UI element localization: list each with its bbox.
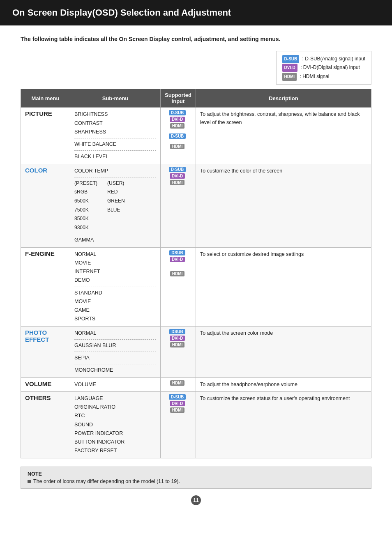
col-header-description: Description: [196, 89, 371, 108]
dsub-badge: D-SUB: [282, 55, 300, 63]
user-label: (USER): [107, 179, 132, 188]
picture-sub-item: BRIGHTNESS: [74, 110, 156, 119]
badge-hdmi: HDMI: [170, 407, 185, 413]
supported-input-volume: HDMI: [161, 377, 196, 391]
main-menu-fengine: F-ENGINE: [21, 247, 70, 326]
fengine-sub-item: INTERNET: [74, 267, 156, 276]
page-content: The following table indicates all the On…: [0, 25, 392, 513]
preset-7500: 7500K: [74, 206, 99, 215]
badge-hdmi: HDMI: [170, 180, 185, 185]
fengine-sub-item: DEMO: [74, 276, 156, 285]
badge-dsub: D-SUB: [169, 110, 186, 115]
picture-sub-group1: BRIGHTNESS CONTRAST SHARPNESS: [74, 110, 156, 136]
description-color: To customize the color of the screen: [196, 164, 371, 247]
main-menu-photo: PHOTO EFFECT: [21, 326, 70, 377]
sub-menu-others: LANGUAGE ORIGINAL RATIO RTC SOUND POWER …: [70, 391, 161, 458]
badge-dvid: DVI-D: [170, 401, 185, 406]
sub-menu-color: COLOR TEMP (PRESET) sRGB 6500K 7500K 850…: [70, 164, 161, 247]
photo-sub-item: GAUSSIAN BLUR: [74, 341, 156, 350]
sub-divider: [74, 150, 156, 151]
volume-label: VOLUME: [25, 380, 51, 387]
table-row: COLOR COLOR TEMP (PRESET) sRGB 6500K 750…: [21, 164, 371, 247]
table-header-row: Main menu Sub-menu Supported input Descr…: [21, 89, 371, 108]
table-row: VOLUME VOLUME HDMI To adjust the headpho…: [21, 377, 371, 391]
table-row: F-ENGINE NORMAL MOVIE INTERNET DEMO STAN…: [21, 247, 371, 326]
dvid-legend-label: : DVI-D(Digital signal) input: [300, 64, 360, 70]
badge-dsub: D-SUB: [169, 394, 186, 400]
preset-label: (PRESET): [74, 179, 99, 188]
badge-dsub: D-SUB: [169, 167, 186, 172]
user-red: RED: [107, 188, 132, 197]
sub-divider: [74, 177, 156, 177]
badge-hdmi: HDMI: [170, 271, 185, 276]
photo-sub-item: MONOCHROME: [74, 366, 156, 375]
preset-6500: 6500K: [74, 197, 99, 206]
col-header-main: Main menu: [21, 89, 70, 108]
sub-divider: [74, 339, 156, 340]
sub-divider: [74, 287, 156, 287]
description-others: To customize the screen status for a use…: [196, 391, 371, 458]
fengine-sub-item: GAME: [74, 306, 156, 315]
others-label: OTHERS: [25, 394, 51, 401]
table-row: PICTURE BRIGHTNESS CONTRAST SHARPNESS WH…: [21, 108, 371, 164]
color-label: COLOR: [25, 167, 47, 174]
page-header: On Screen Display(OSD) Selection and Adj…: [0, 0, 392, 25]
legend-dsub: D-SUB : D-SUB(Analog signal) input: [282, 55, 365, 64]
badge-dvid: DVI-D: [170, 257, 185, 262]
main-menu-volume: VOLUME: [21, 377, 70, 391]
legend-area: D-SUB : D-SUB(Analog signal) input DVI-D…: [21, 51, 371, 85]
supported-input-color: D-SUB DVI-D HDMI: [161, 164, 196, 247]
supported-input-fengine: DSUB DVI-D HDMI: [161, 247, 196, 326]
fengine-sub-item: MOVIE: [74, 259, 156, 267]
hdmi-badge: HDMI: [282, 73, 297, 81]
user-col: (USER) RED GREEN BLUE: [107, 179, 132, 232]
picture-sub-item: SHARPNESS: [74, 128, 156, 136]
user-blue: BLUE: [107, 206, 132, 215]
dvid-badge: DVI-D: [282, 64, 297, 72]
others-sub-item: FACTORY RESET: [74, 446, 156, 455]
intro-text: The following table indicates all the On…: [21, 35, 371, 44]
sub-divider: [74, 138, 156, 138]
osd-table: Main menu Sub-menu Supported input Descr…: [21, 89, 371, 458]
badge-hdmi: HDMI: [170, 144, 185, 149]
preset-col: (PRESET) sRGB 6500K 7500K 8500K 9300K: [74, 179, 99, 232]
badge-stack: DSUB DVI-D HDMI: [165, 329, 191, 347]
sub-divider: [74, 352, 156, 352]
badge-stack: D-SUB DVI-D HDMI D-SUB HDMI: [165, 110, 191, 149]
picture-sub-item: WHITE BALANCE: [74, 140, 156, 149]
badge-dsub: DSUB: [169, 329, 185, 334]
col-header-input: Supported input: [161, 89, 196, 108]
others-sub-item: BUTTON INDICATOR: [74, 438, 156, 446]
picture-sub-item: CONTRAST: [74, 119, 156, 128]
badge-stack: D-SUB DVI-D HDMI: [165, 167, 191, 185]
photo-sub-item: SEPIA: [74, 354, 156, 362]
supported-input-others: D-SUB DVI-D HDMI: [161, 391, 196, 458]
color-temp-label: COLOR TEMP: [74, 167, 156, 175]
others-sub-item: SOUND: [74, 421, 156, 429]
legend-hdmi: HDMI : HDMI signal: [282, 72, 365, 81]
sub-menu-photo: NORMAL GAUSSIAN BLUR SEPIA MONOCHROME: [70, 326, 161, 377]
sub-menu-fengine: NORMAL MOVIE INTERNET DEMO STANDARD MOVI…: [70, 247, 161, 326]
sub-menu-picture: BRIGHTNESS CONTRAST SHARPNESS WHITE BALA…: [70, 108, 161, 164]
fengine-sub-item: SPORTS: [74, 315, 156, 323]
preset-9300: 9300K: [74, 223, 99, 232]
supported-input-photo: DSUB DVI-D HDMI: [161, 326, 196, 377]
badge-stack: DSUB DVI-D HDMI: [165, 250, 191, 276]
gamma-label: GAMMA: [74, 236, 156, 244]
badge-hdmi: HDMI: [170, 380, 185, 386]
main-menu-others: OTHERS: [21, 391, 70, 458]
note-title: NOTE: [28, 471, 364, 477]
fengine-label: F-ENGINE: [25, 250, 55, 257]
supported-input-picture: D-SUB DVI-D HDMI D-SUB HDMI: [161, 108, 196, 164]
table-row: OTHERS LANGUAGE ORIGINAL RATIO RTC SOUND…: [21, 391, 371, 458]
badge-stack: HDMI: [165, 380, 191, 386]
legend-dvid: DVI-D : DVI-D(Digital signal) input: [282, 63, 365, 72]
fengine-sub-item: NORMAL: [74, 250, 156, 259]
picture-sub-item: BLACK LEVEL: [74, 152, 156, 161]
badge-dsub: DSUB: [169, 250, 185, 255]
preset-block: (PRESET) sRGB 6500K 7500K 8500K 9300K (U…: [74, 179, 156, 232]
badge-dvid: DVI-D: [170, 173, 185, 179]
page-number: 11: [191, 495, 201, 505]
table-row: PHOTO EFFECT NORMAL GAUSSIAN BLUR SEPIA …: [21, 326, 371, 377]
page-title: On Screen Display(OSD) Selection and Adj…: [12, 7, 231, 18]
